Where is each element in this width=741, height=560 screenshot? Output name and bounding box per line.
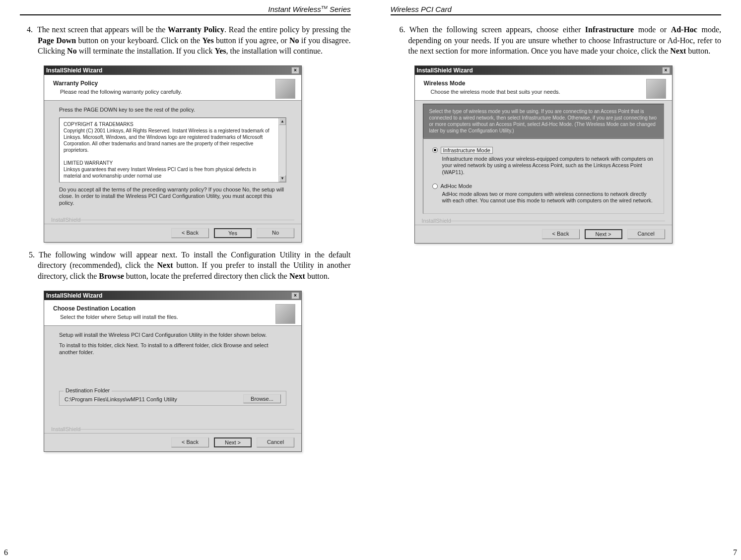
copyright-body: Copyright (C) 2001 Linksys, All Rights R… (64, 127, 273, 153)
warranty-body: Linksys guarantees that every Instant Wi… (64, 166, 273, 179)
left-page: Instant WirelessTM Series 4. The next sc… (0, 0, 371, 560)
brand-label: InstallShield (415, 217, 672, 225)
panel-title: Choose Destination Location (53, 305, 271, 312)
adhoc-label: AdHoc Mode (441, 183, 472, 189)
window-title: InstallShield Wizard (417, 67, 473, 74)
wizard-icon (275, 79, 295, 99)
step-6: 6. When the following screen appears, ch… (391, 24, 722, 57)
top-panel: Warranty Policy Please read the followin… (44, 75, 301, 101)
header-brand: Instant Wireless (268, 5, 321, 13)
content-area: Press the PAGE DOWN key to see the rest … (44, 101, 301, 216)
panel-title: Wireless Mode (424, 80, 642, 87)
radio-adhoc[interactable] (432, 184, 438, 189)
button-row: < Back Next > Cancel (415, 225, 672, 243)
window-title: InstallShield Wizard (46, 292, 102, 299)
next-button[interactable]: Next > (585, 229, 622, 239)
step-4-num: 4. (27, 25, 33, 34)
destination-groupbox: Destination Folder C:\Program Files\Link… (59, 391, 286, 406)
step-5: 5. The following window will appear next… (20, 249, 351, 282)
browse-button[interactable]: Browse... (243, 394, 281, 403)
panel-title: Warranty Policy (53, 80, 271, 87)
policy-textbox[interactable]: COPYRIGHT & TRADEMARKS Copyright (C) 200… (59, 118, 286, 183)
yes-button[interactable]: Yes (214, 228, 252, 238)
wireless-mode-window: InstallShield Wizard × Wireless Mode Cho… (414, 65, 673, 244)
panel-subtitle: Select the folder where Setup will insta… (60, 314, 271, 320)
step-6-num: 6. (400, 25, 405, 34)
button-row: < Back Yes No (44, 224, 301, 242)
copyright-heading: COPYRIGHT & TRADEMARKS (64, 121, 273, 127)
left-header: Instant WirelessTM Series (20, 5, 351, 15)
no-button[interactable]: No (257, 228, 294, 238)
install-text-1: Setup will install the Wireless PCI Card… (59, 332, 286, 339)
right-header: Wireless PCI Card (391, 5, 722, 15)
warranty-window: InstallShield Wizard × Warranty Policy P… (44, 65, 302, 243)
close-icon[interactable]: × (291, 292, 299, 299)
scroll-down-icon[interactable]: ▼ (279, 175, 286, 182)
panel-subtitle: Choose the wireless mode that best suits… (431, 89, 642, 95)
cancel-button[interactable]: Cancel (627, 229, 665, 239)
adhoc-option[interactable]: AdHoc Mode AdHoc mode allows two or more… (430, 180, 657, 208)
page-number-right: 7 (733, 548, 737, 557)
back-button[interactable]: < Back (171, 437, 209, 447)
instruction-text: Press the PAGE DOWN key to see the rest … (59, 107, 286, 114)
top-panel: Wireless Mode Choose the wireless mode t… (415, 75, 672, 101)
button-row: < Back Next > Cancel (44, 433, 301, 451)
install-text-2: To install to this folder, click Next. T… (59, 342, 286, 356)
titlebar[interactable]: InstallShield Wizard × (415, 66, 672, 75)
step-4: 4. The next screen that appears will be … (20, 24, 351, 57)
header-tm: TM (321, 5, 328, 10)
radio-panel: Infrastructure Mode Infrastructure mode … (423, 138, 664, 214)
groupbox-label: Destination Folder (64, 387, 112, 393)
cancel-button[interactable]: Cancel (257, 437, 294, 447)
next-button[interactable]: Next > (214, 437, 252, 447)
scroll-up-icon[interactable]: ▲ (279, 118, 286, 125)
infrastructure-desc: Infrastructure mode allows your wireless… (442, 156, 655, 176)
brand-label: InstallShield (44, 425, 301, 433)
back-button[interactable]: < Back (171, 228, 209, 238)
titlebar[interactable]: InstallShield Wizard × (44, 66, 301, 75)
titlebar[interactable]: InstallShield Wizard × (44, 291, 301, 300)
header-suffix: Series (328, 5, 351, 13)
accept-question: Do you accept all the terms of the prece… (59, 187, 286, 207)
back-button[interactable]: < Back (542, 229, 580, 239)
infrastructure-label: Infrastructure Mode (441, 147, 493, 154)
right-page: Wireless PCI Card 6. When the following … (371, 0, 741, 560)
close-icon[interactable]: × (662, 67, 670, 74)
brand-label: InstallShield (44, 216, 301, 224)
intro-text: Select the type of wireless mode you wil… (423, 104, 664, 138)
scrollbar[interactable]: ▲ ▼ (278, 118, 286, 182)
window-title: InstallShield Wizard (46, 67, 102, 74)
content-area: Select the type of wireless mode you wil… (415, 101, 672, 217)
wizard-icon (275, 304, 295, 324)
panel-subtitle: Please read the following warranty polic… (60, 89, 271, 95)
wizard-icon (646, 79, 666, 99)
page-number-left: 6 (4, 548, 8, 557)
top-panel: Choose Destination Location Select the f… (44, 300, 301, 326)
warranty-heading: LIMITED WARRANTY (64, 160, 273, 166)
destination-window: InstallShield Wizard × Choose Destinatio… (44, 291, 302, 452)
step-5-num: 5. (29, 250, 35, 259)
close-icon[interactable]: × (291, 67, 299, 74)
adhoc-desc: AdHoc mode allows two or more computers … (442, 191, 655, 204)
content-area: Setup will install the Wireless PCI Card… (44, 326, 301, 425)
infrastructure-option[interactable]: Infrastructure Mode Infrastructure mode … (430, 144, 657, 180)
radio-infrastructure[interactable] (432, 147, 438, 153)
